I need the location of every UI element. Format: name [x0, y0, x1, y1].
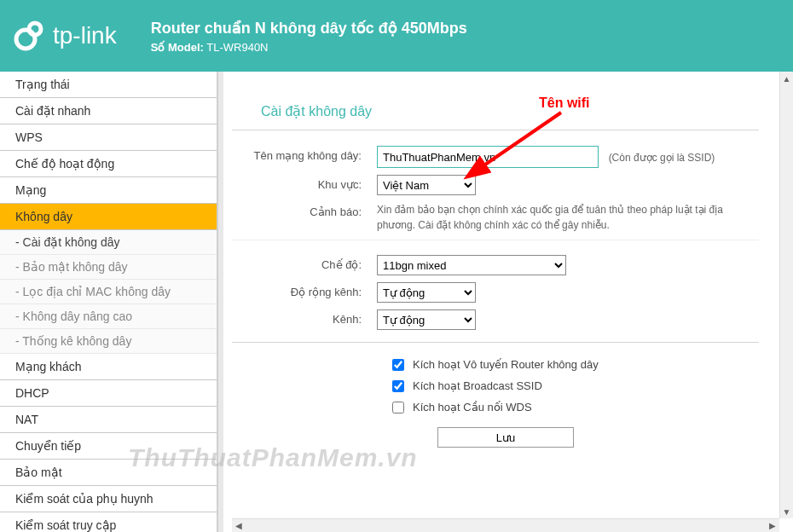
nav-dhcp[interactable]: DHCP: [0, 380, 217, 407]
nav-wireless[interactable]: Không dây: [0, 204, 217, 230]
row-enable-broadcast: Kích hoạt Broadcast SSID: [232, 379, 779, 392]
ssid-input[interactable]: [377, 146, 599, 168]
router-model: Số Model: TL-WR940N: [151, 41, 467, 54]
nav-access-control[interactable]: Kiểm soát truy cập: [0, 512, 217, 532]
button-row: Lưu: [232, 427, 779, 448]
chk-enable-radio-label: Kích hoạt Vô tuyến Router không dây: [413, 358, 599, 371]
row-enable-wds: Kích hoạt Cầu nối WDS: [232, 401, 779, 413]
scroll-right-icon[interactable]: ▶: [766, 519, 779, 532]
row-region: Khu vực: Việt Nam: [232, 175, 779, 195]
nav-sub-wireless-settings[interactable]: - Cài đặt không dây: [0, 230, 217, 255]
chk-enable-wds-label: Kích hoạt Cầu nối WDS: [413, 401, 532, 413]
scroll-left-icon[interactable]: ◀: [232, 519, 246, 532]
model-value: TL-WR940N: [206, 41, 268, 54]
scroll-down-icon[interactable]: ▼: [780, 505, 793, 518]
nav-parental-control[interactable]: Kiểm soát của phụ huynh: [0, 486, 217, 512]
header-info: Router chuẩn N không dây tốc độ 450Mbps …: [151, 19, 467, 54]
nav-forwarding[interactable]: Chuyển tiếp: [0, 433, 217, 460]
nav-sub-mac-filter[interactable]: - Lọc địa chỉ MAC không dây: [0, 280, 217, 304]
app-header: tp-link Router chuẩn N không dây tốc độ …: [0, 0, 793, 72]
svg-point-1: [29, 23, 41, 35]
main-panel: Cài đặt không dây Tên mạng không dây: (C…: [223, 72, 793, 532]
ssid-label: Tên mạng không dây:: [232, 146, 377, 162]
region-select[interactable]: Việt Nam: [377, 175, 476, 195]
nav-guest-network[interactable]: Mạng khách: [0, 354, 217, 380]
chwidth-label: Độ rộng kênh:: [232, 282, 377, 298]
row-mode: Chế độ: 11bgn mixed: [232, 255, 779, 275]
section-title: Cài đặt không dây: [232, 72, 759, 130]
nav-sub-wireless-advanced[interactable]: - Không dây nâng cao: [0, 304, 217, 329]
vertical-scrollbar[interactable]: ▲ ▼: [779, 72, 793, 518]
model-label: Số Model:: [151, 41, 204, 54]
mode-select[interactable]: 11bgn mixed: [377, 255, 566, 275]
scroll-up-icon[interactable]: ▲: [780, 72, 793, 85]
row-channel: Kênh: Tự động: [232, 309, 779, 330]
nav-sub-wireless-security[interactable]: - Bảo mật không dây: [0, 255, 217, 280]
row-enable-radio: Kích hoạt Vô tuyến Router không dây: [232, 358, 779, 371]
tp-link-logo-icon: [14, 20, 44, 51]
brand-logo: tp-link: [14, 20, 117, 51]
chk-enable-broadcast[interactable]: [392, 380, 404, 392]
nav-wps[interactable]: WPS: [0, 124, 217, 151]
region-label: Khu vực:: [232, 175, 377, 191]
row-warning: Cảnh báo: Xin đảm bảo bạn chọn chính xác…: [232, 202, 779, 233]
mode-label: Chế độ:: [232, 255, 377, 271]
nav-security[interactable]: Bảo mật: [0, 460, 217, 486]
main-scroll-area: Cài đặt không dây Tên mạng không dây: (C…: [232, 72, 779, 523]
nav-operation-mode[interactable]: Chế độ hoạt động: [0, 151, 217, 177]
chk-enable-broadcast-label: Kích hoạt Broadcast SSID: [413, 379, 542, 392]
row-channel-width: Độ rộng kênh: Tự động: [232, 282, 779, 303]
brand-text: tp-link: [53, 22, 117, 49]
warning-label: Cảnh báo:: [232, 202, 377, 218]
channel-label: Kênh:: [232, 309, 377, 326]
nav-nat[interactable]: NAT: [0, 407, 217, 433]
ssid-hint: (Còn được gọi là SSID): [609, 152, 715, 164]
nav-network[interactable]: Mạng: [0, 177, 217, 204]
nav-sub-wireless-stats[interactable]: - Thống kê không dây: [0, 329, 217, 354]
nav-quick-setup[interactable]: Cài đặt nhanh: [0, 98, 217, 124]
chk-enable-radio[interactable]: [392, 359, 404, 371]
row-ssid: Tên mạng không dây: (Còn được gọi là SSI…: [232, 146, 779, 168]
chk-enable-wds[interactable]: [392, 402, 404, 413]
horizontal-scrollbar[interactable]: ◀ ▶: [232, 518, 779, 532]
chwidth-select[interactable]: Tự động: [377, 282, 476, 303]
save-button[interactable]: Lưu: [437, 427, 574, 448]
channel-select[interactable]: Tự động: [377, 309, 476, 330]
router-title: Router chuẩn N không dây tốc độ 450Mbps: [151, 19, 467, 38]
warning-text: Xin đảm bảo bạn chọn chính xác quốc gia …: [377, 202, 762, 233]
nav-status[interactable]: Trạng thái: [0, 72, 217, 98]
content-area: Trạng thái Cài đặt nhanh WPS Chế độ hoạt…: [0, 72, 793, 532]
sidebar-nav: Trạng thái Cài đặt nhanh WPS Chế độ hoạt…: [0, 72, 218, 532]
